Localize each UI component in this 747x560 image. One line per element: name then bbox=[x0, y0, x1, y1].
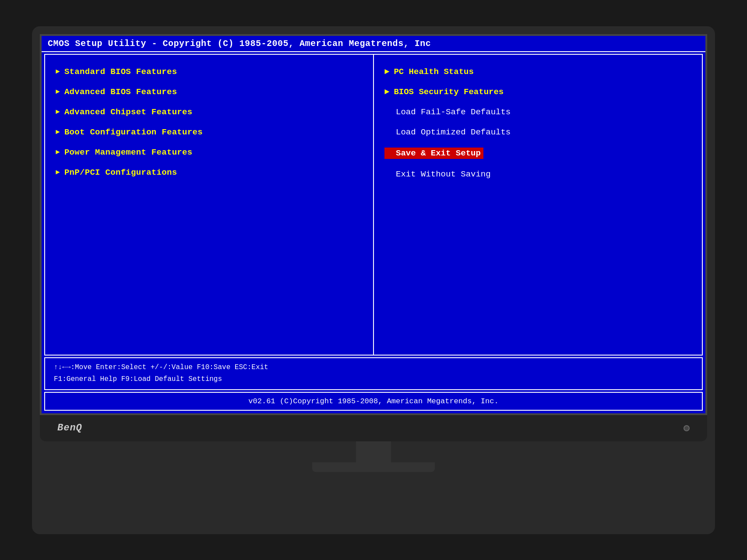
menu-item-standard-bios[interactable]: ► Standard BIOS Features bbox=[56, 67, 363, 77]
monitor-bezel: BenQ bbox=[40, 415, 707, 441]
monitor-stand bbox=[40, 441, 707, 472]
menu-label-exit-nosave: Exit Without Saving bbox=[396, 169, 491, 179]
menu-label-pc-health: PC Health Status bbox=[394, 67, 473, 77]
arrow-icon-pnp: ► bbox=[56, 169, 60, 176]
arrow-icon-bios-security: ► bbox=[384, 87, 389, 97]
menu-item-advanced-bios[interactable]: ► Advanced BIOS Features bbox=[56, 87, 363, 97]
monitor-outer: CMOS Setup Utility - Copyright (C) 1985-… bbox=[32, 26, 715, 534]
title-text: CMOS Setup Utility - Copyright (C) 1985-… bbox=[48, 39, 431, 49]
arrow-icon-pc-health: ► bbox=[384, 67, 389, 77]
brand-label: BenQ bbox=[57, 423, 82, 433]
main-content: ► Standard BIOS Features ► Advanced BIOS… bbox=[44, 54, 703, 356]
menu-item-power-mgmt[interactable]: ► Power Management Features bbox=[56, 148, 363, 157]
menu-label-bios-security: BIOS Security Features bbox=[394, 87, 504, 97]
title-bar: CMOS Setup Utility - Copyright (C) 1985-… bbox=[42, 36, 705, 52]
power-button[interactable] bbox=[684, 425, 690, 431]
left-panel: ► Standard BIOS Features ► Advanced BIOS… bbox=[45, 55, 374, 355]
stand-base bbox=[312, 462, 435, 472]
menu-label-pnp-pci: PnP/PCI Configurations bbox=[64, 168, 177, 177]
version-bar: v02.61 (C)Copyright 1985-2008, American … bbox=[44, 392, 703, 411]
arrow-icon-standard: ► bbox=[56, 68, 60, 76]
menu-item-pnp-pci[interactable]: ► PnP/PCI Configurations bbox=[56, 168, 363, 177]
menu-label-save-exit[interactable]: Save & Exit Setup bbox=[384, 148, 483, 159]
menu-item-bios-security[interactable]: ► BIOS Security Features bbox=[384, 87, 691, 97]
status-line1: ↑↓←→:Move Enter:Select +/-/:Value F10:Sa… bbox=[54, 362, 693, 373]
arrow-icon-boot: ► bbox=[56, 128, 60, 136]
menu-label-load-optimized: Load Optimized Defaults bbox=[396, 127, 511, 137]
status-line2: F1:General Help F9:Load Default Settings bbox=[54, 373, 693, 385]
menu-label-standard-bios: Standard BIOS Features bbox=[64, 67, 177, 77]
version-text: v02.61 (C)Copyright 1985-2008, American … bbox=[248, 397, 498, 405]
stand-neck bbox=[356, 441, 391, 462]
menu-item-load-optimized[interactable]: Load Optimized Defaults bbox=[384, 127, 691, 137]
status-bar: ↑↓←→:Move Enter:Select +/-/:Value F10:Sa… bbox=[44, 357, 703, 390]
right-panel: ► PC Health Status ► BIOS Security Featu… bbox=[374, 55, 702, 355]
menu-item-advanced-chipset[interactable]: ► Advanced Chipset Features bbox=[56, 107, 363, 117]
menu-item-boot-config[interactable]: ► Boot Configuration Features bbox=[56, 127, 363, 137]
menu-item-load-failsafe[interactable]: Load Fail-Safe Defaults bbox=[384, 107, 691, 117]
menu-label-load-failsafe: Load Fail-Safe Defaults bbox=[396, 107, 511, 117]
menu-item-save-exit[interactable]: Save & Exit Setup bbox=[384, 148, 691, 159]
menu-label-power-mgmt: Power Management Features bbox=[64, 148, 193, 157]
menu-label-advanced-bios: Advanced BIOS Features bbox=[64, 87, 177, 97]
arrow-icon-advanced-chipset: ► bbox=[56, 108, 60, 116]
arrow-icon-advanced-bios: ► bbox=[56, 88, 60, 96]
menu-item-pc-health[interactable]: ► PC Health Status bbox=[384, 67, 691, 77]
menu-label-boot-config: Boot Configuration Features bbox=[64, 127, 203, 137]
menu-item-exit-nosave[interactable]: Exit Without Saving bbox=[384, 169, 691, 179]
bios-screen: CMOS Setup Utility - Copyright (C) 1985-… bbox=[40, 34, 707, 415]
menu-label-advanced-chipset: Advanced Chipset Features bbox=[64, 107, 193, 117]
arrow-icon-power: ► bbox=[56, 148, 60, 156]
